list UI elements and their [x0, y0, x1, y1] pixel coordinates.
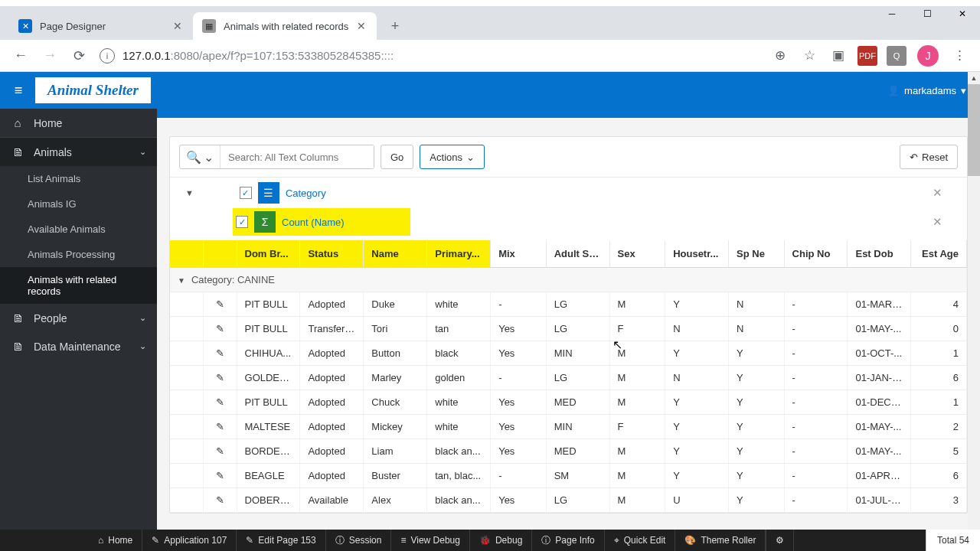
cell-chip[interactable]: -	[784, 488, 848, 513]
col-adult-size[interactable]: Adult Size	[546, 240, 609, 268]
cell-chip[interactable]: -	[784, 317, 848, 341]
row-select[interactable]	[170, 341, 204, 366]
nav-data-maintenance[interactable]: 🗎 Data Maintenance ⌄	[0, 332, 157, 360]
cell-house[interactable]: Y	[665, 439, 729, 464]
cell-status[interactable]: Adopted	[300, 415, 364, 439]
zoom-icon[interactable]: ⊕	[767, 43, 793, 69]
cell-status[interactable]: Adopted	[300, 292, 364, 317]
nav-toggle-icon[interactable]: ≡	[6, 78, 31, 103]
tab-close-icon[interactable]: ✕	[172, 20, 184, 32]
cell-name[interactable]: Tori	[364, 317, 427, 341]
edit-row-icon[interactable]: ✎	[204, 415, 237, 439]
cell-spne[interactable]: Y	[729, 488, 785, 513]
cell-chip[interactable]: -	[784, 390, 848, 415]
control-break-label[interactable]: Category	[286, 187, 926, 199]
dev-home[interactable]: ⌂Home	[89, 530, 142, 551]
cell-age[interactable]: 5	[911, 439, 967, 464]
cell-primary[interactable]: tan, blac...	[427, 464, 491, 488]
cell-breed[interactable]: PIT BULL	[237, 292, 300, 317]
cell-name[interactable]: Marley	[364, 366, 427, 390]
cell-dob[interactable]: 01-APR-2...	[848, 464, 911, 488]
bookmark-star-icon[interactable]: ☆	[796, 43, 822, 69]
cell-mix[interactable]: Yes	[491, 390, 547, 415]
cell-house[interactable]: N	[665, 317, 729, 341]
new-tab-button[interactable]: +	[384, 15, 406, 37]
cell-age[interactable]: 1	[911, 341, 967, 366]
dev-settings[interactable]: ⚙	[766, 530, 794, 551]
edit-row-icon[interactable]: ✎	[204, 341, 237, 366]
cell-chip[interactable]: -	[784, 292, 848, 317]
dev-session[interactable]: ⓘSession	[326, 530, 392, 551]
cell-size[interactable]: MIN	[546, 415, 609, 439]
actions-button[interactable]: Actions⌄	[420, 145, 485, 169]
row-select[interactable]	[170, 366, 204, 390]
edit-row-icon[interactable]: ✎	[204, 317, 237, 341]
cell-sex[interactable]: M	[609, 464, 665, 488]
cell-status[interactable]: Adopted	[300, 464, 364, 488]
row-select[interactable]	[170, 464, 204, 488]
cell-status[interactable]: Transferr...	[300, 317, 364, 341]
go-button[interactable]: Go	[381, 145, 413, 169]
dev-edit-page[interactable]: ✎Edit Page 153	[237, 530, 325, 551]
dev-application[interactable]: ✎Application 107	[142, 530, 237, 551]
reset-button[interactable]: ↶Reset	[900, 145, 958, 169]
page-scrollbar[interactable]: ▲	[968, 72, 980, 530]
dev-theme-roller[interactable]: 🎨Theme Roller	[675, 530, 766, 551]
remove-icon[interactable]: ✕	[933, 186, 942, 200]
table-row[interactable]: ✎DOBERM...AvailableAlexblack an...YesLGM…	[170, 488, 967, 513]
cell-spne[interactable]: Y	[729, 464, 785, 488]
nav-available-animals[interactable]: Available Animals	[0, 217, 157, 242]
cell-dob[interactable]: 01-OCT-...	[848, 341, 911, 366]
cell-name[interactable]: Chuck	[364, 390, 427, 415]
cell-chip[interactable]: -	[784, 439, 848, 464]
cell-spne[interactable]: N	[729, 317, 785, 341]
chrome-menu-icon[interactable]: ⋮	[946, 43, 972, 69]
row-select[interactable]	[170, 317, 204, 341]
cell-size[interactable]: MED	[546, 439, 609, 464]
table-row[interactable]: ✎PIT BULLAdoptedDukewhite-LGMYN-01-MAR-.…	[170, 292, 967, 317]
nav-animals-ig[interactable]: Animals IG	[0, 191, 157, 217]
col-housetrained[interactable]: Housetr...	[665, 240, 729, 268]
cell-dob[interactable]: 01-JAN-2...	[848, 366, 911, 390]
extension-icon[interactable]: Q	[887, 46, 906, 66]
table-row[interactable]: ✎BEAGLEAdoptedBustertan, blac...-SMMYY-0…	[170, 464, 967, 488]
cell-sex[interactable]: M	[609, 366, 665, 390]
cell-mix[interactable]: -	[491, 292, 547, 317]
cell-sex[interactable]: F	[609, 415, 665, 439]
edit-row-icon[interactable]: ✎	[204, 488, 237, 513]
cell-mix[interactable]: Yes	[491, 317, 547, 341]
row-select[interactable]	[170, 292, 204, 317]
cell-breed[interactable]: DOBERM...	[237, 488, 300, 513]
url-field[interactable]: i 127.0.0.1:8080/apex/f?p=107:153:533805…	[100, 44, 760, 67]
col-primary[interactable]: Primary...	[427, 240, 491, 268]
cell-age[interactable]: 1	[911, 390, 967, 415]
cell-sex[interactable]: M	[609, 439, 665, 464]
cell-name[interactable]: Button	[364, 341, 427, 366]
dev-page-info[interactable]: ⓘPage Info	[532, 530, 604, 551]
cell-size[interactable]: LG	[546, 488, 609, 513]
cell-sex[interactable]: F	[609, 317, 665, 341]
cell-house[interactable]: N	[665, 366, 729, 390]
cell-spne[interactable]: Y	[729, 390, 785, 415]
col-sex[interactable]: Sex	[609, 240, 665, 268]
col-name[interactable]: Name	[364, 240, 427, 268]
cell-age[interactable]: 4	[911, 292, 967, 317]
back-button[interactable]: ←	[8, 43, 34, 69]
aggregate-label[interactable]: Count (Name)	[282, 217, 404, 228]
control-break-checkbox[interactable]: ✓	[240, 187, 252, 199]
cell-house[interactable]: Y	[665, 464, 729, 488]
pdf-extension-icon[interactable]: PDF	[858, 46, 877, 66]
nav-animals-processing[interactable]: Animals Processing	[0, 242, 157, 267]
cell-primary[interactable]: white	[427, 292, 491, 317]
cell-size[interactable]: SM	[546, 464, 609, 488]
table-row[interactable]: ✎GOLDEN ...AdoptedMarleygolden-LGMNY-01-…	[170, 366, 967, 390]
cell-age[interactable]: 3	[911, 488, 967, 513]
site-info-icon[interactable]: i	[100, 48, 115, 64]
cell-mix[interactable]: -	[491, 366, 547, 390]
nav-list-animals[interactable]: List Animals	[0, 166, 157, 191]
cell-sex[interactable]: M	[609, 488, 665, 513]
cell-breed[interactable]: GOLDEN ...	[237, 366, 300, 390]
cell-mix[interactable]: Yes	[491, 488, 547, 513]
cell-house[interactable]: Y	[665, 415, 729, 439]
cell-chip[interactable]: -	[784, 415, 848, 439]
